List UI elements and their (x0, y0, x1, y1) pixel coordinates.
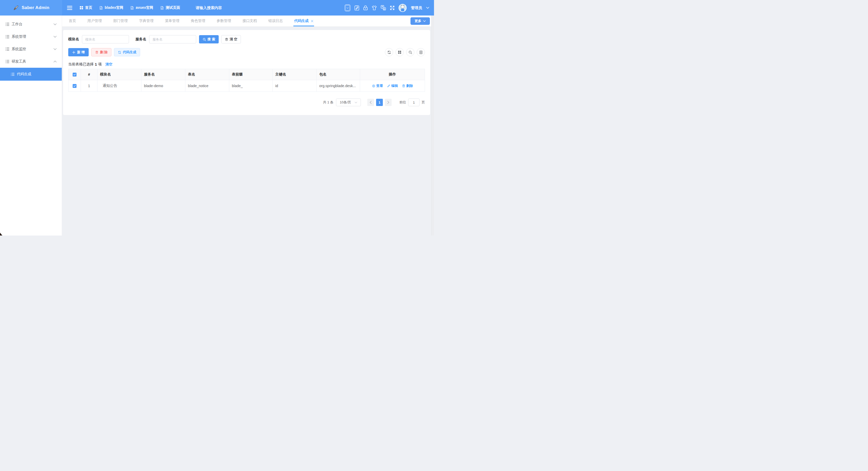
nav-item-bladex[interactable]: bladex官网 (99, 5, 123, 10)
fullscreen-icon[interactable] (390, 5, 395, 10)
nav-item-home[interactable]: 首页 (80, 5, 92, 10)
sidebar-item-system-management[interactable]: 系统管理 (0, 31, 62, 43)
list-icon (5, 59, 9, 64)
delete-link[interactable]: 删除 (402, 84, 413, 88)
chevron-down-icon[interactable] (426, 7, 429, 9)
sidebar-item-dev-tools[interactable]: 研发工具 (0, 55, 62, 68)
tab-bar: 首页 用户管理 部门管理 字典管理 菜单管理 角色管理 参数管理 接口文档 错误… (62, 15, 431, 27)
next-page-button[interactable] (385, 99, 392, 106)
user-menu[interactable]: 管理员 (411, 5, 422, 10)
close-icon[interactable] (311, 20, 313, 22)
main-area: 工作台 系统管理 系统监控 (0, 15, 434, 236)
page-size-select[interactable]: 10条/页 (336, 98, 361, 106)
row-prefix-cell: blade_ (229, 80, 273, 92)
document-lines-icon[interactable] (417, 48, 425, 56)
sidebar-item-system-monitor[interactable]: 系统监控 (0, 43, 62, 55)
tshirt-icon[interactable] (372, 5, 377, 10)
global-search-input[interactable] (196, 6, 250, 10)
chevron-down-icon (423, 20, 426, 22)
edit-link[interactable]: 编辑 (387, 84, 398, 88)
tab-role-management[interactable]: 角色管理 (191, 15, 205, 26)
tab-home[interactable]: 首页 (69, 15, 76, 26)
table-header-row: # 模块名 服务名 表名 表前缀 主键名 包名 操作 (68, 69, 425, 80)
tab-dept-management[interactable]: 部门管理 (113, 15, 128, 26)
chevron-down-icon (54, 36, 57, 38)
grid-icon (80, 6, 83, 9)
nav-item-test-page[interactable]: 测试页面 (160, 5, 180, 10)
column-header-table: 表名 (185, 69, 229, 80)
refresh-icon[interactable] (385, 48, 393, 56)
service-name-input[interactable] (149, 35, 196, 43)
topbar-right: 管理员 (345, 0, 434, 15)
dagger-icon (13, 5, 19, 11)
page-number-1[interactable]: 1 (376, 99, 383, 106)
refresh-icon (118, 51, 121, 54)
row-module-cell: 通知公告 (97, 80, 142, 92)
top-header: Saber Admin 首页 bladex官网 avuex官网 (0, 0, 434, 15)
row-service-cell: blade-demo (142, 80, 185, 92)
clear-button[interactable]: 清 空 (221, 35, 241, 43)
sidebar: 工作台 系统管理 系统监控 (0, 15, 62, 236)
delete-button[interactable]: 删 除 (91, 48, 112, 56)
tab-code-generation[interactable]: 代码生成 (294, 15, 313, 26)
selection-clear-link[interactable]: 清空 (105, 62, 113, 67)
list-icon (10, 72, 14, 76)
code-generate-button[interactable]: 代码生成 (114, 48, 140, 56)
document-icon (130, 6, 134, 10)
add-button[interactable]: 新 增 (68, 48, 89, 56)
row-pk-cell: id (273, 80, 317, 92)
search-button[interactable]: 搜 索 (199, 35, 219, 43)
document-icon (160, 6, 164, 10)
column-header-index: # (81, 69, 97, 80)
view-link[interactable]: 查看 (372, 84, 383, 88)
crud-card: 模块名 服务名 搜 索 清 空 (63, 30, 430, 115)
sidebar-item-code-generation[interactable]: 代码生成 (0, 68, 62, 81)
language-icon[interactable] (381, 5, 386, 10)
search-icon (203, 38, 206, 41)
sidebar-item-workbench[interactable]: 工作台 (0, 18, 62, 31)
table-toolbar: 新 增 删 除 代码生成 (68, 48, 425, 56)
goto-page-input[interactable] (408, 98, 420, 106)
row-select-cell (68, 80, 81, 92)
window-scrollbar[interactable] (431, 15, 434, 236)
tab-param-management[interactable]: 参数管理 (217, 15, 231, 26)
chevron-down-icon (54, 48, 57, 50)
dropdown-box-icon[interactable] (345, 4, 350, 11)
column-header-service: 服务名 (142, 69, 185, 80)
list-icon (5, 35, 9, 39)
nav-item-avuex[interactable]: avuex官网 (130, 5, 153, 10)
top-nav: 首页 bladex官网 avuex官网 测试页面 (62, 0, 345, 15)
chevron-up-icon (54, 61, 57, 63)
list-icon (5, 47, 9, 51)
more-button[interactable]: 更多 (410, 17, 430, 25)
row-checkbox[interactable] (73, 84, 76, 88)
tab-error-log[interactable]: 错误日志 (268, 15, 283, 26)
prev-page-button[interactable] (367, 99, 374, 106)
wrench-clipboard-icon[interactable] (354, 5, 359, 10)
tab-menu-management[interactable]: 菜单管理 (165, 15, 179, 26)
chevron-down-icon (54, 23, 57, 25)
row-package-cell: org.springblade.desk... (317, 80, 360, 92)
pagination: 共 1 条 10条/页 1 (68, 98, 425, 106)
filter-form: 模块名 服务名 搜 索 清 空 (68, 35, 425, 43)
trash-icon (95, 51, 98, 54)
column-grid-icon[interactable] (396, 48, 404, 56)
search-toggle-icon[interactable] (406, 48, 414, 56)
lock-icon[interactable] (363, 5, 368, 10)
list-icon (5, 22, 9, 26)
tab-dict-management[interactable]: 字典管理 (139, 15, 154, 26)
table-row[interactable]: 1 通知公告 blade-demo blade_notice blade_ id… (68, 80, 425, 92)
tab-user-management[interactable]: 用户管理 (87, 15, 102, 26)
view-icon (372, 84, 375, 88)
hamburger-icon[interactable] (66, 5, 73, 11)
total-count: 共 1 条 (323, 100, 334, 105)
avatar[interactable] (399, 4, 407, 12)
trash-icon (225, 37, 228, 41)
service-name-label: 服务名 (135, 37, 146, 42)
chevron-down-icon (354, 102, 357, 103)
select-all-checkbox[interactable] (73, 73, 76, 76)
column-header-pk: 主键名 (273, 69, 317, 80)
module-name-input[interactable] (82, 35, 129, 43)
select-all-header (68, 69, 81, 80)
tab-api-docs[interactable]: 接口文档 (243, 15, 257, 26)
